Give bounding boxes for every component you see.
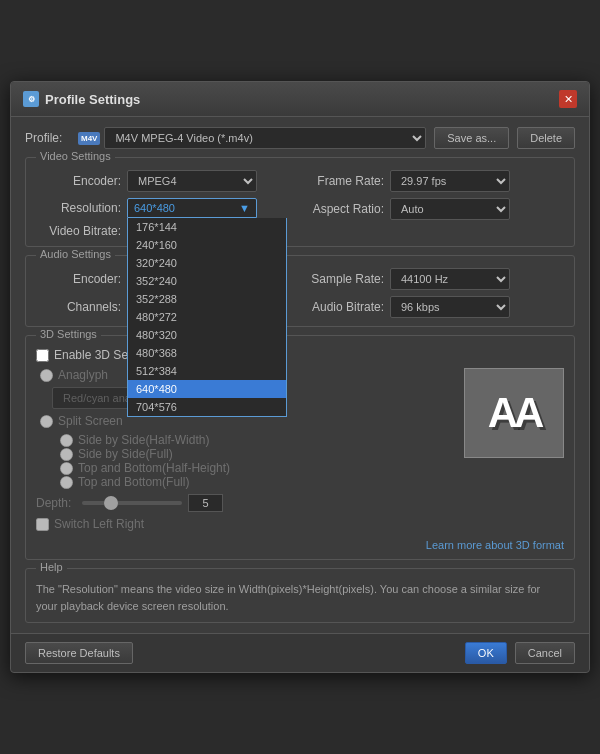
resolution-label: Resolution: [36, 201, 121, 215]
depth-slider[interactable] [82, 501, 182, 505]
top-bottom-full-radio[interactable] [60, 476, 73, 489]
side-by-side-half-label: Side by Side(Half-Width) [78, 433, 209, 447]
learn-more-link[interactable]: Learn more about 3D format [426, 539, 564, 551]
preview-letters: AA [488, 389, 541, 437]
video-settings-title: Video Settings [36, 150, 115, 162]
audio-encoder-label: Encoder: [36, 272, 121, 286]
resolution-row: Resolution: 640*480 ▼ 176*144 240*160 32… [36, 198, 296, 218]
side-by-side-full-radio[interactable] [60, 448, 73, 461]
aspect-ratio-row: Aspect Ratio: Auto 4:3 16:9 [304, 198, 564, 220]
delete-button[interactable]: Delete [517, 127, 575, 149]
resolution-select-display[interactable]: 640*480 ▼ [127, 198, 257, 218]
audio-right: Sample Rate: 44100 Hz 22050 Hz 48000 Hz … [304, 268, 564, 318]
audio-row: Encoder: AAC MP3 AC3 Channels: Stereo [36, 268, 564, 318]
dialog-icon: ⚙ [23, 91, 39, 107]
frame-rate-select[interactable]: 29.97 fps 24 fps 25 fps 30 fps [390, 170, 510, 192]
three-d-content-wrap: Enable 3D Settings Anaglyph Red/cyan ana… [36, 348, 564, 551]
help-title: Help [36, 561, 67, 573]
channels-label: Channels: [36, 300, 121, 314]
resolution-arrow: ▼ [239, 202, 250, 214]
resolution-item-7[interactable]: 480*320 [128, 326, 286, 344]
depth-row: Depth: [36, 494, 454, 512]
resolution-item-3[interactable]: 320*240 [128, 254, 286, 272]
switch-checkbox[interactable] [36, 518, 49, 531]
resolution-item-2[interactable]: 240*160 [128, 236, 286, 254]
bottom-bar: Restore Defaults OK Cancel [11, 633, 589, 672]
side-by-side-half-radio[interactable] [60, 434, 73, 447]
video-top-row: Encoder: MPEG4 H.264 H.265 Resolution: [36, 170, 564, 238]
three-d-settings-section: 3D Settings Enable 3D Settings Anaglyph [25, 335, 575, 560]
resolution-item-9[interactable]: 512*384 [128, 362, 286, 380]
video-left: Encoder: MPEG4 H.264 H.265 Resolution: [36, 170, 296, 238]
profile-select-wrap: M4V M4V MPEG-4 Video (*.m4v) MP4 MPEG-4 … [78, 127, 426, 149]
frame-rate-row: Frame Rate: 29.97 fps 24 fps 25 fps 30 f… [304, 170, 564, 192]
ok-button[interactable]: OK [465, 642, 507, 664]
encoder-select[interactable]: MPEG4 H.264 H.265 [127, 170, 257, 192]
profile-select[interactable]: M4V MPEG-4 Video (*.m4v) MP4 MPEG-4 Vide… [104, 127, 426, 149]
sample-rate-select[interactable]: 44100 Hz 22050 Hz 48000 Hz [390, 268, 510, 290]
resolution-item-11[interactable]: 704*576 [128, 398, 286, 416]
top-bottom-full-row: Top and Bottom(Full) [60, 475, 454, 489]
close-button[interactable]: ✕ [559, 90, 577, 108]
enable-3d-row: Enable 3D Settings [36, 348, 564, 362]
top-bottom-half-label: Top and Bottom(Half-Height) [78, 461, 230, 475]
top-bottom-half-radio[interactable] [60, 462, 73, 475]
split-screen-label: Split Screen [58, 414, 123, 428]
help-text: The "Resolution" means the video size in… [36, 581, 564, 614]
side-by-side-full-label: Side by Side(Full) [78, 447, 173, 461]
title-bar-left: ⚙ Profile Settings [23, 91, 140, 107]
title-bar: ⚙ Profile Settings ✕ [11, 82, 589, 117]
resolution-dropdown-list: 176*144 240*160 320*240 352*240 352*288 … [127, 218, 287, 417]
split-screen-radio[interactable] [40, 415, 53, 428]
resolution-dropdown-container: 640*480 ▼ 176*144 240*160 320*240 352*24… [127, 198, 257, 218]
enable-3d-checkbox[interactable] [36, 349, 49, 362]
sample-rate-label: Sample Rate: [304, 272, 384, 286]
bottom-right-buttons: OK Cancel [465, 642, 575, 664]
depth-input[interactable] [188, 494, 223, 512]
switch-label: Switch Left Right [54, 517, 144, 531]
depth-label: Depth: [36, 496, 76, 510]
dialog-content: Profile: M4V M4V MPEG-4 Video (*.m4v) MP… [11, 117, 589, 633]
profile-row: Profile: M4V M4V MPEG-4 Video (*.m4v) MP… [25, 127, 575, 149]
help-section: Help The "Resolution" means the video si… [25, 568, 575, 623]
resolution-value: 640*480 [134, 202, 175, 214]
audio-bitrate-row: Audio Bitrate: 96 kbps 64 kbps 128 kbps … [304, 296, 564, 318]
video-right: Frame Rate: 29.97 fps 24 fps 25 fps 30 f… [304, 170, 564, 220]
restore-defaults-button[interactable]: Restore Defaults [25, 642, 133, 664]
aspect-ratio-label: Aspect Ratio: [304, 202, 384, 216]
frame-rate-label: Frame Rate: [304, 174, 384, 188]
resolution-item-4[interactable]: 352*240 [128, 272, 286, 290]
cancel-button[interactable]: Cancel [515, 642, 575, 664]
resolution-item-1[interactable]: 176*144 [128, 218, 286, 236]
video-settings-content: Encoder: MPEG4 H.264 H.265 Resolution: [36, 170, 564, 238]
side-by-side-half-row: Side by Side(Half-Width) [60, 433, 454, 447]
anaglyph-radio[interactable] [40, 369, 53, 382]
profile-settings-dialog: ⚙ Profile Settings ✕ Profile: M4V M4V MP… [10, 81, 590, 673]
encoder-label: Encoder: [36, 174, 121, 188]
audio-settings-content: Encoder: AAC MP3 AC3 Channels: Stereo [36, 268, 564, 318]
profile-format-icon: M4V [78, 132, 100, 145]
top-bottom-half-row: Top and Bottom(Half-Height) [60, 461, 454, 475]
top-bottom-full-label: Top and Bottom(Full) [78, 475, 189, 489]
profile-label: Profile: [25, 131, 70, 145]
video-bitrate-label: Video Bitrate: [36, 224, 121, 238]
save-as-button[interactable]: Save as... [434, 127, 509, 149]
three-d-main: Anaglyph Red/cyan anaglyph, full color R… [36, 368, 564, 531]
audio-bitrate-label: Audio Bitrate: [304, 300, 384, 314]
audio-bitrate-select[interactable]: 96 kbps 64 kbps 128 kbps 192 kbps [390, 296, 510, 318]
resolution-item-5[interactable]: 352*288 [128, 290, 286, 308]
aspect-ratio-select[interactable]: Auto 4:3 16:9 [390, 198, 510, 220]
sample-rate-row: Sample Rate: 44100 Hz 22050 Hz 48000 Hz [304, 268, 564, 290]
dialog-title: Profile Settings [45, 92, 140, 107]
resolution-item-10[interactable]: 640*480 [128, 380, 286, 398]
audio-settings-title: Audio Settings [36, 248, 115, 260]
learn-row: Learn more about 3D format [36, 539, 564, 551]
three-d-title: 3D Settings [36, 328, 101, 340]
audio-settings-section: Audio Settings Encoder: AAC MP3 AC3 [25, 255, 575, 327]
resolution-item-6[interactable]: 480*272 [128, 308, 286, 326]
side-by-side-full-row: Side by Side(Full) [60, 447, 454, 461]
encoder-row: Encoder: MPEG4 H.264 H.265 [36, 170, 296, 192]
resolution-item-8[interactable]: 480*368 [128, 344, 286, 362]
video-settings-section: Video Settings Encoder: MPEG4 H.264 H.26… [25, 157, 575, 247]
split-screen-options: Side by Side(Half-Width) Side by Side(Fu… [56, 433, 454, 489]
